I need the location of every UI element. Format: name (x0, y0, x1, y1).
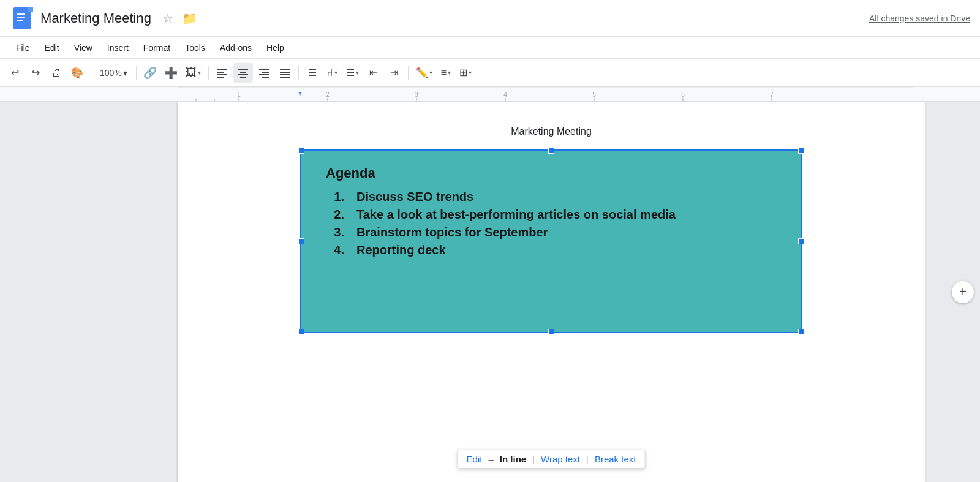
svg-text:7: 7 (770, 91, 774, 98)
separator-4 (298, 66, 299, 80)
svg-rect-1 (17, 13, 25, 15)
handle-bottom-left[interactable] (298, 329, 304, 335)
increase-indent-button[interactable]: ⇥ (385, 63, 404, 83)
context-break-text-button[interactable]: Break text (595, 454, 636, 464)
table-options-button[interactable]: ⊞ ▾ (456, 64, 475, 81)
document-area: Marketing Meeting Agenda 1. Discuss SEO … (0, 102, 980, 482)
image-dropdown-arrow: ▾ (198, 69, 201, 76)
ruler: 1 2 3 4 5 6 7 ▼ (0, 87, 980, 102)
redo-button[interactable]: ↪ (26, 63, 45, 83)
context-edit-button[interactable]: Edit (467, 454, 483, 464)
handle-top-right[interactable] (798, 148, 804, 154)
handle-top-center[interactable] (548, 148, 554, 154)
table-options-arrow: ▾ (469, 69, 472, 76)
drawing-content: Agenda 1. Discuss SEO trends 2. Take a l… (301, 151, 801, 276)
menu-format[interactable]: Format (137, 40, 176, 55)
handle-top-left[interactable] (298, 148, 304, 154)
doc-title: Marketing Meeting (40, 10, 151, 26)
menu-view[interactable]: View (68, 40, 99, 55)
num-list-arrow: ▾ (334, 69, 337, 76)
menu-edit[interactable]: Edit (39, 40, 66, 55)
svg-rect-0 (13, 7, 31, 29)
menu-help[interactable]: Help (260, 40, 290, 55)
document-title: Marketing Meeting (227, 126, 876, 137)
svg-text:▼: ▼ (297, 90, 303, 97)
link-button[interactable]: 🔗 (140, 63, 160, 83)
undo-button[interactable]: ↩ (5, 63, 24, 83)
add-button[interactable]: ➕ (161, 63, 181, 83)
item-num: 1. (326, 190, 344, 204)
list-item: 2. Take a look at best-performing articl… (326, 208, 777, 222)
toolbar: ↩ ↪ 🖨 🎨 100% ▾ 🔗 ➕ 🖼 ▾ ☰ ⑁ ▾ ☰ ▾ ⇤ ⇥ ✏ (0, 59, 980, 87)
item-text: Take a look at best-performing articles … (356, 208, 676, 222)
numbered-list-button[interactable]: ⑁ ▾ (323, 65, 341, 81)
table-options-icon: ⊞ (459, 67, 467, 78)
menu-file[interactable]: File (10, 40, 36, 55)
svg-rect-3 (17, 20, 23, 21)
highlight-button[interactable]: ✏️ ▾ (412, 64, 436, 81)
align-left-button[interactable] (213, 63, 232, 83)
handle-middle-left[interactable] (298, 238, 304, 244)
align-center-button[interactable] (233, 63, 253, 83)
svg-text:3: 3 (415, 91, 418, 98)
print-button[interactable]: 🖨 (47, 63, 66, 83)
justify-button[interactable] (275, 63, 295, 83)
svg-rect-2 (17, 17, 25, 18)
handle-bottom-center[interactable] (548, 329, 554, 335)
separator-1 (91, 66, 91, 80)
text-style-arrow: ▾ (448, 69, 451, 76)
drawing-box[interactable]: Agenda 1. Discuss SEO trends 2. Take a l… (300, 149, 802, 333)
svg-text:6: 6 (681, 91, 685, 98)
menu-tools[interactable]: Tools (179, 40, 211, 55)
svg-text:5: 5 (592, 91, 596, 98)
item-num: 4. (326, 243, 344, 257)
separator-2 (136, 66, 137, 80)
float-add-button[interactable]: + (952, 281, 974, 303)
bullet-list-button[interactable]: ☰ ▾ (342, 64, 363, 81)
highlight-icon: ✏️ (416, 67, 428, 78)
handle-bottom-right[interactable] (798, 329, 804, 335)
decrease-indent-button[interactable]: ⇤ (364, 63, 383, 83)
image-button[interactable]: 🖼 ▾ (182, 64, 205, 81)
menu-insert[interactable]: Insert (101, 40, 135, 55)
numbered-list-icon: ⑁ (327, 67, 333, 78)
menu-bar: File Edit View Insert Format Tools Add-o… (0, 37, 980, 59)
svg-text:4: 4 (503, 91, 507, 98)
autosave-status: All changes saved in Drive (869, 13, 970, 23)
separator-5 (408, 66, 409, 80)
menu-addons[interactable]: Add-ons (214, 40, 258, 55)
highlight-arrow: ▾ (429, 69, 432, 76)
align-right-button[interactable] (254, 63, 274, 83)
page: Marketing Meeting Agenda 1. Discuss SEO … (178, 102, 925, 482)
agenda-title: Agenda (326, 165, 777, 181)
context-toolbar: Edit – In line | Wrap text | Break text (458, 450, 646, 469)
bullet-list-arrow: ▾ (356, 69, 359, 76)
text-style-button[interactable]: ≡ ▾ (437, 65, 454, 81)
paint-format-button[interactable]: 🎨 (67, 63, 87, 83)
line-spacing-button[interactable]: ☰ (303, 63, 322, 83)
item-text: Reporting deck (356, 243, 446, 257)
item-text: Brainstorm topics for September (356, 225, 548, 239)
context-wrap-text-button[interactable]: Wrap text (541, 454, 580, 464)
title-bar: Marketing Meeting ☆ 📁 All changes saved … (0, 0, 980, 37)
item-num: 2. (326, 208, 344, 222)
handle-middle-right[interactable] (798, 238, 804, 244)
list-item: 1. Discuss SEO trends (326, 190, 777, 204)
zoom-arrow: ▾ (123, 68, 127, 78)
svg-text:2: 2 (326, 91, 330, 98)
folder-icon[interactable]: 📁 (182, 11, 197, 26)
context-separator-1: | (532, 454, 535, 464)
agenda-list: 1. Discuss SEO trends 2. Take a look at … (326, 190, 777, 257)
item-text: Discuss SEO trends (356, 190, 473, 204)
zoom-selector[interactable]: 100% ▾ (95, 66, 132, 80)
star-icon[interactable]: ☆ (162, 11, 173, 26)
context-inline: In line (500, 454, 526, 464)
app-icon (10, 6, 34, 31)
item-num: 3. (326, 225, 344, 239)
list-item: 4. Reporting deck (326, 243, 777, 257)
svg-text:1: 1 (237, 91, 241, 98)
bullet-list-icon: ☰ (346, 67, 355, 78)
svg-rect-5 (28, 7, 33, 12)
context-separator-2: | (586, 454, 589, 464)
image-icon: 🖼 (186, 66, 197, 79)
